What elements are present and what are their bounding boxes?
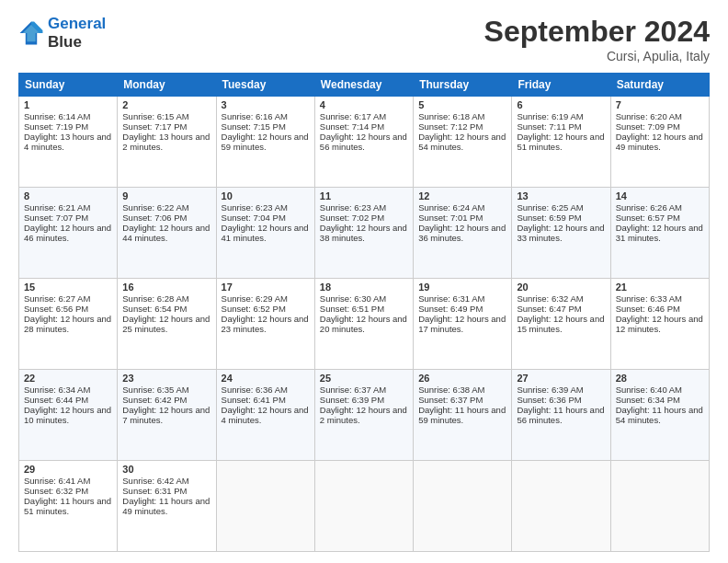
sunrise-text: Sunrise: 6:23 AM [222,202,288,213]
day-number: 8 [24,190,112,201]
daylight-text: Daylight: 12 hours and 12 minutes. [616,314,703,334]
sunrise-text: Sunrise: 6:27 AM [24,293,90,304]
day-header-wednesday: Wednesday [314,74,413,97]
sunrise-text: Sunrise: 6:26 AM [616,202,682,213]
sunset-text: Sunset: 7:02 PM [320,213,384,223]
sunrise-text: Sunrise: 6:23 AM [320,202,386,213]
day-number: 9 [122,190,210,201]
calendar-cell: 23Sunrise: 6:35 AMSunset: 6:42 PMDayligh… [118,370,216,461]
week-row-2: 8Sunrise: 6:21 AMSunset: 7:07 PMDaylight… [19,188,710,279]
calendar-cell: 14Sunrise: 6:26 AMSunset: 6:57 PMDayligh… [610,188,709,279]
sunrise-text: Sunrise: 6:29 AM [222,293,288,304]
calendar-cell: 21Sunrise: 6:33 AMSunset: 6:46 PMDayligh… [610,279,709,370]
calendar-cell [610,461,709,552]
daylight-text: Daylight: 11 hours and 59 minutes. [418,405,506,425]
sunset-text: Sunset: 6:47 PM [517,304,581,314]
day-number: 22 [24,373,112,384]
sunset-text: Sunset: 7:19 PM [24,121,88,132]
calendar-cell: 17Sunrise: 6:29 AMSunset: 6:52 PMDayligh… [216,279,314,370]
sunrise-text: Sunrise: 6:25 AM [517,202,583,213]
logo-icon [18,20,44,46]
daylight-text: Daylight: 12 hours and 15 minutes. [517,314,604,334]
calendar-cell: 27Sunrise: 6:39 AMSunset: 6:36 PMDayligh… [512,370,610,461]
calendar-cell: 7Sunrise: 6:20 AMSunset: 7:09 PMDaylight… [610,97,709,188]
daylight-text: Daylight: 12 hours and 38 minutes. [320,223,407,243]
calendar-cell: 11Sunrise: 6:23 AMSunset: 7:02 PMDayligh… [314,188,413,279]
day-number: 24 [222,373,310,384]
sunset-text: Sunset: 6:59 PM [517,213,581,223]
logo: General Blue [18,15,106,51]
daylight-text: Daylight: 12 hours and 2 minutes. [320,405,407,425]
sunrise-text: Sunrise: 6:39 AM [517,385,583,395]
week-row-5: 29Sunrise: 6:41 AMSunset: 6:32 PMDayligh… [19,461,710,552]
daylight-text: Daylight: 12 hours and 23 minutes. [222,314,309,334]
sunrise-text: Sunrise: 6:21 AM [24,202,90,213]
calendar-cell [314,461,413,552]
daylight-text: Daylight: 11 hours and 51 minutes. [24,496,111,516]
calendar-cell: 15Sunrise: 6:27 AMSunset: 6:56 PMDayligh… [19,279,118,370]
daylight-text: Daylight: 11 hours and 49 minutes. [122,496,210,516]
calendar-cell [216,461,314,552]
calendar-cell: 1Sunrise: 6:14 AMSunset: 7:19 PMDaylight… [19,97,118,188]
sunrise-text: Sunrise: 6:36 AM [222,385,288,395]
day-number: 11 [320,190,408,201]
sunrise-text: Sunrise: 6:24 AM [418,202,484,213]
day-number: 26 [418,373,506,384]
header: General Blue September 2024 Cursi, Apuli… [18,15,710,63]
sunset-text: Sunset: 6:52 PM [222,304,286,314]
sunset-text: Sunset: 6:46 PM [616,304,680,314]
day-number: 5 [418,99,506,110]
day-number: 27 [517,373,605,384]
month-title: September 2024 [484,15,710,49]
daylight-text: Daylight: 12 hours and 33 minutes. [517,223,604,243]
location-subtitle: Cursi, Apulia, Italy [484,49,710,63]
calendar-cell: 10Sunrise: 6:23 AMSunset: 7:04 PMDayligh… [216,188,314,279]
daylight-text: Daylight: 12 hours and 41 minutes. [222,223,309,243]
sunrise-text: Sunrise: 6:37 AM [320,385,386,395]
week-row-1: 1Sunrise: 6:14 AMSunset: 7:19 PMDaylight… [19,97,710,188]
sunrise-text: Sunrise: 6:15 AM [122,111,188,121]
sunset-text: Sunset: 7:12 PM [418,121,483,132]
sunrise-text: Sunrise: 6:40 AM [616,385,682,395]
day-number: 28 [616,373,704,384]
calendar-cell: 9Sunrise: 6:22 AMSunset: 7:06 PMDaylight… [118,188,216,279]
day-number: 1 [24,99,112,110]
daylight-text: Daylight: 12 hours and 36 minutes. [418,223,506,243]
calendar-cell: 5Sunrise: 6:18 AMSunset: 7:12 PMDaylight… [414,97,512,188]
sunset-text: Sunset: 6:42 PM [122,395,187,405]
day-number: 4 [320,99,408,110]
sunset-text: Sunset: 6:56 PM [24,304,88,314]
day-number: 21 [616,282,704,293]
sunset-text: Sunset: 7:17 PM [122,121,187,132]
day-header-friday: Friday [512,74,610,97]
sunrise-text: Sunrise: 6:20 AM [616,111,682,121]
day-header-saturday: Saturday [610,74,709,97]
logo-text: General Blue [48,15,106,51]
day-number: 13 [517,190,605,201]
day-number: 6 [517,99,605,110]
day-number: 18 [320,282,408,293]
day-header-monday: Monday [118,74,216,97]
calendar-cell: 19Sunrise: 6:31 AMSunset: 6:49 PMDayligh… [414,279,512,370]
daylight-text: Daylight: 12 hours and 25 minutes. [122,314,210,334]
sunset-text: Sunset: 6:44 PM [24,395,88,405]
sunrise-text: Sunrise: 6:22 AM [122,202,188,213]
sunrise-text: Sunrise: 6:17 AM [320,111,386,121]
calendar-cell: 25Sunrise: 6:37 AMSunset: 6:39 PMDayligh… [314,370,413,461]
calendar-cell: 2Sunrise: 6:15 AMSunset: 7:17 PMDaylight… [118,97,216,188]
sunrise-text: Sunrise: 6:41 AM [24,476,90,486]
day-header-tuesday: Tuesday [216,74,314,97]
sunrise-text: Sunrise: 6:14 AM [24,111,90,121]
daylight-text: Daylight: 13 hours and 4 minutes. [24,132,111,152]
day-header-thursday: Thursday [414,74,512,97]
calendar-table: SundayMondayTuesdayWednesdayThursdayFrid… [18,73,710,552]
daylight-text: Daylight: 12 hours and 20 minutes. [320,314,407,334]
sunrise-text: Sunrise: 6:35 AM [122,385,188,395]
sunset-text: Sunset: 6:32 PM [24,486,88,496]
calendar-cell: 22Sunrise: 6:34 AMSunset: 6:44 PMDayligh… [19,370,118,461]
calendar-cell: 29Sunrise: 6:41 AMSunset: 6:32 PMDayligh… [19,461,118,552]
daylight-text: Daylight: 12 hours and 59 minutes. [222,132,309,152]
daylight-text: Daylight: 11 hours and 56 minutes. [517,405,604,425]
day-number: 14 [616,190,704,201]
sunset-text: Sunset: 6:51 PM [320,304,384,314]
